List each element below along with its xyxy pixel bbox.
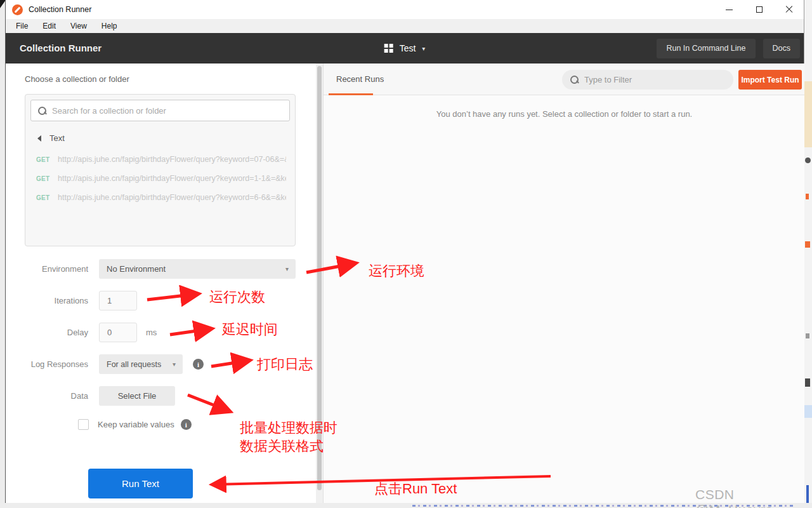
runner-setup-panel: Choose a collection or folder Text GET h…	[6, 64, 316, 503]
tab-bar: Recent Runs Import Test Run	[324, 64, 805, 95]
close-icon	[785, 6, 793, 13]
request-url: http://apis.juhe.cn/fapig/birthdayFlower…	[58, 155, 286, 164]
background-window-right-sliver	[804, 0, 812, 508]
info-icon[interactable]: i	[181, 419, 192, 430]
collection-item-text[interactable]: Text	[25, 126, 295, 150]
app-header: Collection Runner Test ▾ Run In Command …	[6, 33, 804, 64]
request-url: http://apis.juhe.cn/fapig/birthdayFlower…	[58, 174, 286, 183]
environment-row: Environment No Environment ▾	[6, 259, 296, 279]
workspace-grid-icon	[384, 44, 393, 53]
request-row[interactable]: GET http://apis.juhe.cn/fapig/birthdayFl…	[25, 150, 295, 169]
chevron-down-icon: ▾	[422, 45, 425, 52]
environment-label: Environment	[6, 264, 88, 274]
request-method: GET	[36, 175, 52, 182]
menu-bar: File Edit View Help	[6, 19, 804, 33]
environment-value: No Environment	[107, 264, 166, 274]
panel-scrollbar[interactable]	[316, 64, 323, 503]
collection-search-input[interactable]	[52, 106, 282, 116]
run-text-button[interactable]: Run Text	[88, 469, 193, 498]
request-row[interactable]: GET http://apis.juhe.cn/fapig/birthdayFl…	[25, 188, 295, 207]
delay-row: Delay ms	[6, 323, 157, 342]
title-bar: Collection Runner	[6, 0, 804, 19]
maximize-icon	[756, 6, 763, 13]
delay-unit-label: ms	[146, 328, 157, 337]
keep-variable-values-checkbox[interactable]	[78, 419, 89, 430]
log-responses-label: Log Responses	[6, 359, 88, 369]
workspace-name: Test	[400, 43, 416, 53]
postman-logo-icon	[12, 4, 23, 15]
workspace-switcher[interactable]: Test ▾	[384, 33, 426, 64]
menu-edit[interactable]: Edit	[38, 21, 60, 31]
keep-variable-values-label: Keep variable values	[98, 420, 174, 429]
window-controls	[714, 0, 804, 19]
collapse-arrow-icon	[37, 135, 41, 142]
maximize-button[interactable]	[744, 0, 774, 19]
delay-input[interactable]	[99, 323, 137, 342]
background-window-left-sliver	[0, 0, 5, 508]
background-page-text	[412, 505, 793, 507]
request-method: GET	[36, 194, 52, 201]
log-responses-select[interactable]: For all requests ▾	[99, 354, 183, 374]
collection-name: Text	[49, 133, 65, 143]
request-row[interactable]: GET http://apis.juhe.cn/fapig/birthdayFl…	[25, 169, 295, 188]
data-row: Data Select File	[6, 386, 175, 406]
minimize-button[interactable]	[714, 0, 744, 19]
run-in-command-line-button[interactable]: Run In Command Line	[657, 39, 755, 58]
header-actions: Run In Command Line Docs	[657, 33, 800, 64]
scrollbar-thumb[interactable]	[317, 66, 322, 490]
active-tab-underline	[329, 93, 373, 95]
collection-picker: Text GET http://apis.juhe.cn/fapig/birth…	[25, 94, 296, 246]
menu-view[interactable]: View	[66, 21, 91, 31]
search-icon	[38, 107, 46, 115]
log-responses-value: For all requests	[107, 360, 161, 369]
import-test-run-button[interactable]: Import Test Run	[738, 70, 802, 90]
request-url: http://apis.juhe.cn/fapig/birthdayFlower…	[58, 193, 286, 202]
iterations-input[interactable]	[99, 291, 137, 311]
menu-help[interactable]: Help	[97, 21, 122, 31]
choose-collection-label: Choose a collection or folder	[25, 74, 129, 84]
minimize-icon	[726, 10, 733, 10]
iterations-row: Iterations	[6, 291, 137, 311]
collection-search-box	[30, 100, 290, 121]
log-responses-row: Log Responses For all requests ▾ i	[6, 354, 204, 374]
docs-button[interactable]: Docs	[763, 39, 800, 58]
data-label: Data	[6, 391, 88, 401]
iterations-label: Iterations	[6, 296, 88, 305]
delay-label: Delay	[6, 328, 88, 337]
empty-runs-message: You don’t have any runs yet. Select a co…	[324, 109, 805, 119]
recent-runs-panel: Recent Runs Import Test Run You don’t ha…	[323, 64, 805, 503]
search-icon	[570, 76, 579, 84]
request-method: GET	[36, 156, 52, 163]
info-icon[interactable]: i	[193, 359, 204, 370]
collection-runner-window: Collection Runner File Edit View Help Co…	[5, 0, 804, 503]
page-title: Collection Runner	[20, 33, 102, 64]
filter-input[interactable]	[584, 75, 725, 84]
menu-file[interactable]: File	[11, 21, 32, 31]
chevron-down-icon: ▾	[285, 265, 289, 272]
close-button[interactable]	[774, 0, 804, 19]
environment-select[interactable]: No Environment ▾	[99, 259, 296, 279]
filter-box	[562, 70, 733, 90]
window-title: Collection Runner	[29, 5, 91, 14]
select-file-button[interactable]: Select File	[99, 386, 175, 406]
screen: Collection Runner File Edit View Help Co…	[0, 0, 812, 508]
tab-recent-runs[interactable]: Recent Runs	[336, 64, 384, 95]
chevron-down-icon: ▾	[173, 361, 176, 368]
keep-variable-values-row: Keep variable values i	[78, 419, 192, 430]
